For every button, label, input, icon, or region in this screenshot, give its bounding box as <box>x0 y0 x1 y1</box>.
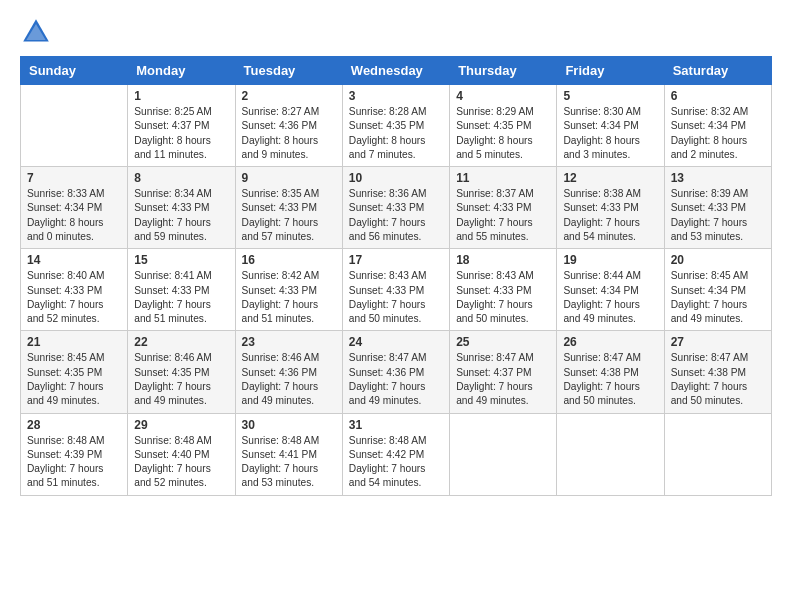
day-number: 25 <box>456 335 550 349</box>
day-number: 13 <box>671 171 765 185</box>
calendar-week-row: 1 Sunrise: 8:25 AMSunset: 4:37 PMDayligh… <box>21 85 772 167</box>
day-info: Sunrise: 8:37 AMSunset: 4:33 PMDaylight:… <box>456 187 550 244</box>
calendar-week-row: 21 Sunrise: 8:45 AMSunset: 4:35 PMDaylig… <box>21 331 772 413</box>
calendar-day-cell: 7 Sunrise: 8:33 AMSunset: 4:34 PMDayligh… <box>21 167 128 249</box>
calendar-day-cell: 27 Sunrise: 8:47 AMSunset: 4:38 PMDaylig… <box>664 331 771 413</box>
day-number: 17 <box>349 253 443 267</box>
day-info: Sunrise: 8:34 AMSunset: 4:33 PMDaylight:… <box>134 187 228 244</box>
calendar: SundayMondayTuesdayWednesdayThursdayFrid… <box>20 56 772 496</box>
day-info: Sunrise: 8:28 AMSunset: 4:35 PMDaylight:… <box>349 105 443 162</box>
day-info: Sunrise: 8:47 AMSunset: 4:38 PMDaylight:… <box>563 351 657 408</box>
day-info: Sunrise: 8:47 AMSunset: 4:37 PMDaylight:… <box>456 351 550 408</box>
calendar-day-cell: 21 Sunrise: 8:45 AMSunset: 4:35 PMDaylig… <box>21 331 128 413</box>
calendar-day-header: Sunday <box>21 57 128 85</box>
day-number: 15 <box>134 253 228 267</box>
calendar-day-cell: 30 Sunrise: 8:48 AMSunset: 4:41 PMDaylig… <box>235 413 342 495</box>
day-info: Sunrise: 8:45 AMSunset: 4:34 PMDaylight:… <box>671 269 765 326</box>
calendar-day-cell: 9 Sunrise: 8:35 AMSunset: 4:33 PMDayligh… <box>235 167 342 249</box>
day-number: 10 <box>349 171 443 185</box>
calendar-day-header: Wednesday <box>342 57 449 85</box>
day-info: Sunrise: 8:38 AMSunset: 4:33 PMDaylight:… <box>563 187 657 244</box>
day-info: Sunrise: 8:43 AMSunset: 4:33 PMDaylight:… <box>456 269 550 326</box>
day-number: 11 <box>456 171 550 185</box>
calendar-week-row: 28 Sunrise: 8:48 AMSunset: 4:39 PMDaylig… <box>21 413 772 495</box>
calendar-day-cell: 25 Sunrise: 8:47 AMSunset: 4:37 PMDaylig… <box>450 331 557 413</box>
day-info: Sunrise: 8:48 AMSunset: 4:41 PMDaylight:… <box>242 434 336 491</box>
calendar-week-row: 14 Sunrise: 8:40 AMSunset: 4:33 PMDaylig… <box>21 249 772 331</box>
day-info: Sunrise: 8:27 AMSunset: 4:36 PMDaylight:… <box>242 105 336 162</box>
day-number: 5 <box>563 89 657 103</box>
day-info: Sunrise: 8:36 AMSunset: 4:33 PMDaylight:… <box>349 187 443 244</box>
calendar-day-cell: 31 Sunrise: 8:48 AMSunset: 4:42 PMDaylig… <box>342 413 449 495</box>
calendar-day-cell: 12 Sunrise: 8:38 AMSunset: 4:33 PMDaylig… <box>557 167 664 249</box>
day-info: Sunrise: 8:45 AMSunset: 4:35 PMDaylight:… <box>27 351 121 408</box>
calendar-day-cell: 4 Sunrise: 8:29 AMSunset: 4:35 PMDayligh… <box>450 85 557 167</box>
calendar-day-cell: 17 Sunrise: 8:43 AMSunset: 4:33 PMDaylig… <box>342 249 449 331</box>
day-number: 31 <box>349 418 443 432</box>
day-info: Sunrise: 8:32 AMSunset: 4:34 PMDaylight:… <box>671 105 765 162</box>
calendar-day-cell: 8 Sunrise: 8:34 AMSunset: 4:33 PMDayligh… <box>128 167 235 249</box>
day-number: 12 <box>563 171 657 185</box>
day-number: 7 <box>27 171 121 185</box>
day-info: Sunrise: 8:25 AMSunset: 4:37 PMDaylight:… <box>134 105 228 162</box>
calendar-day-cell <box>21 85 128 167</box>
calendar-day-cell: 3 Sunrise: 8:28 AMSunset: 4:35 PMDayligh… <box>342 85 449 167</box>
calendar-day-cell: 13 Sunrise: 8:39 AMSunset: 4:33 PMDaylig… <box>664 167 771 249</box>
calendar-day-cell: 11 Sunrise: 8:37 AMSunset: 4:33 PMDaylig… <box>450 167 557 249</box>
calendar-day-cell: 28 Sunrise: 8:48 AMSunset: 4:39 PMDaylig… <box>21 413 128 495</box>
day-info: Sunrise: 8:43 AMSunset: 4:33 PMDaylight:… <box>349 269 443 326</box>
day-number: 14 <box>27 253 121 267</box>
day-number: 1 <box>134 89 228 103</box>
day-info: Sunrise: 8:47 AMSunset: 4:36 PMDaylight:… <box>349 351 443 408</box>
calendar-day-header: Friday <box>557 57 664 85</box>
calendar-week-row: 7 Sunrise: 8:33 AMSunset: 4:34 PMDayligh… <box>21 167 772 249</box>
day-info: Sunrise: 8:30 AMSunset: 4:34 PMDaylight:… <box>563 105 657 162</box>
calendar-day-cell: 23 Sunrise: 8:46 AMSunset: 4:36 PMDaylig… <box>235 331 342 413</box>
header <box>20 16 772 48</box>
day-info: Sunrise: 8:48 AMSunset: 4:40 PMDaylight:… <box>134 434 228 491</box>
calendar-day-cell: 6 Sunrise: 8:32 AMSunset: 4:34 PMDayligh… <box>664 85 771 167</box>
calendar-day-cell: 2 Sunrise: 8:27 AMSunset: 4:36 PMDayligh… <box>235 85 342 167</box>
day-number: 24 <box>349 335 443 349</box>
day-number: 29 <box>134 418 228 432</box>
day-number: 22 <box>134 335 228 349</box>
day-info: Sunrise: 8:39 AMSunset: 4:33 PMDaylight:… <box>671 187 765 244</box>
calendar-day-cell: 10 Sunrise: 8:36 AMSunset: 4:33 PMDaylig… <box>342 167 449 249</box>
day-info: Sunrise: 8:48 AMSunset: 4:42 PMDaylight:… <box>349 434 443 491</box>
calendar-day-cell: 26 Sunrise: 8:47 AMSunset: 4:38 PMDaylig… <box>557 331 664 413</box>
day-number: 6 <box>671 89 765 103</box>
day-number: 3 <box>349 89 443 103</box>
day-number: 18 <box>456 253 550 267</box>
calendar-day-cell: 5 Sunrise: 8:30 AMSunset: 4:34 PMDayligh… <box>557 85 664 167</box>
day-number: 21 <box>27 335 121 349</box>
calendar-day-cell: 20 Sunrise: 8:45 AMSunset: 4:34 PMDaylig… <box>664 249 771 331</box>
calendar-day-cell: 24 Sunrise: 8:47 AMSunset: 4:36 PMDaylig… <box>342 331 449 413</box>
calendar-day-cell: 29 Sunrise: 8:48 AMSunset: 4:40 PMDaylig… <box>128 413 235 495</box>
day-number: 19 <box>563 253 657 267</box>
day-number: 2 <box>242 89 336 103</box>
day-number: 30 <box>242 418 336 432</box>
calendar-day-cell: 18 Sunrise: 8:43 AMSunset: 4:33 PMDaylig… <box>450 249 557 331</box>
day-info: Sunrise: 8:46 AMSunset: 4:35 PMDaylight:… <box>134 351 228 408</box>
day-number: 23 <box>242 335 336 349</box>
calendar-day-cell: 14 Sunrise: 8:40 AMSunset: 4:33 PMDaylig… <box>21 249 128 331</box>
day-info: Sunrise: 8:41 AMSunset: 4:33 PMDaylight:… <box>134 269 228 326</box>
calendar-day-header: Tuesday <box>235 57 342 85</box>
day-info: Sunrise: 8:48 AMSunset: 4:39 PMDaylight:… <box>27 434 121 491</box>
day-info: Sunrise: 8:33 AMSunset: 4:34 PMDaylight:… <box>27 187 121 244</box>
day-info: Sunrise: 8:35 AMSunset: 4:33 PMDaylight:… <box>242 187 336 244</box>
day-number: 20 <box>671 253 765 267</box>
calendar-day-cell: 22 Sunrise: 8:46 AMSunset: 4:35 PMDaylig… <box>128 331 235 413</box>
calendar-day-header: Saturday <box>664 57 771 85</box>
day-info: Sunrise: 8:44 AMSunset: 4:34 PMDaylight:… <box>563 269 657 326</box>
day-info: Sunrise: 8:29 AMSunset: 4:35 PMDaylight:… <box>456 105 550 162</box>
calendar-day-header: Thursday <box>450 57 557 85</box>
day-number: 26 <box>563 335 657 349</box>
logo <box>20 16 56 48</box>
day-number: 28 <box>27 418 121 432</box>
calendar-day-cell <box>664 413 771 495</box>
day-number: 9 <box>242 171 336 185</box>
day-info: Sunrise: 8:47 AMSunset: 4:38 PMDaylight:… <box>671 351 765 408</box>
calendar-header-row: SundayMondayTuesdayWednesdayThursdayFrid… <box>21 57 772 85</box>
day-number: 4 <box>456 89 550 103</box>
